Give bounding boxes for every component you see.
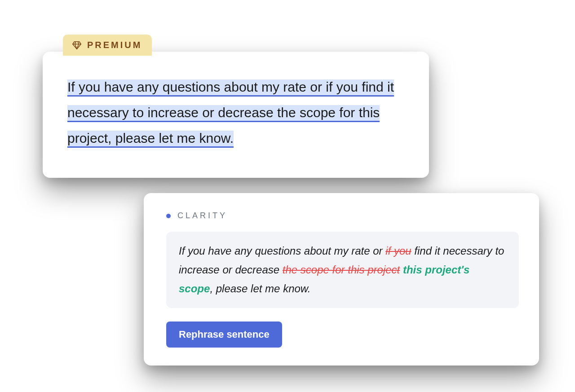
suggestion-part: If you have any questions about my rate …: [179, 245, 385, 257]
premium-label: PREMIUM: [87, 40, 142, 50]
editor-card: If you have any questions about my rate …: [43, 52, 429, 178]
strike-text: the scope for this project: [283, 264, 400, 276]
diamond-icon: [72, 40, 82, 50]
rephrase-button[interactable]: Rephrase sentence: [166, 322, 282, 348]
category-label: CLARITY: [177, 211, 227, 220]
premium-badge: PREMIUM: [63, 35, 152, 56]
suggestion-header: CLARITY: [166, 211, 519, 220]
suggestion-card: CLARITY If you have any questions about …: [144, 193, 539, 366]
category-dot-icon: [166, 214, 171, 218]
strike-text: if you: [385, 245, 411, 257]
highlighted-sentence[interactable]: If you have any questions about my rate …: [67, 79, 394, 148]
editor-text[interactable]: If you have any questions about my rate …: [67, 74, 404, 151]
suggestion-text: If you have any questions about my rate …: [166, 232, 519, 308]
suggestion-part: , please let me know.: [210, 282, 310, 295]
